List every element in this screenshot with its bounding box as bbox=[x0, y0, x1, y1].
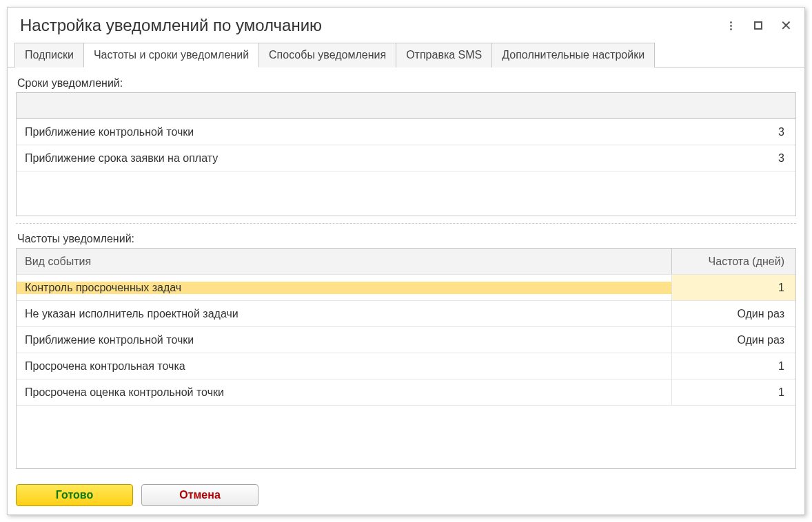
event-name: Приближение контрольной точки bbox=[17, 126, 671, 138]
frequency-table[interactable]: Вид события Частота (дней) Контроль прос… bbox=[16, 248, 796, 469]
tab-frequency-deadlines[interactable]: Частоты и сроки уведомлений bbox=[83, 43, 259, 67]
close-button[interactable]: ✕ bbox=[780, 19, 792, 32]
table-row[interactable]: Контроль просроченных задач 1 bbox=[17, 275, 795, 301]
table-row[interactable]: Просрочена оценка контрольной точки 1 bbox=[17, 379, 795, 406]
deadlines-table[interactable]: Приближение контрольной точки 3 Приближе… bbox=[16, 92, 796, 216]
tab-subscriptions[interactable]: Подписки bbox=[14, 43, 84, 67]
footer: Готово Отмена bbox=[8, 476, 804, 514]
event-name: Не указан исполнитель проектной задачи bbox=[17, 308, 671, 320]
tab-bar: Подписки Частоты и сроки уведомлений Спо… bbox=[8, 42, 804, 67]
event-value: 1 bbox=[671, 275, 795, 300]
event-value: 3 bbox=[671, 145, 795, 171]
event-value: Один раз bbox=[671, 327, 795, 353]
maximize-icon bbox=[754, 21, 762, 30]
event-value: 1 bbox=[671, 353, 795, 379]
tab-content: Сроки уведомлений: Приближение контрольн… bbox=[8, 67, 804, 476]
table-row[interactable]: Приближение срока заявки на оплату 3 bbox=[17, 145, 795, 171]
tab-sms[interactable]: Отправка SMS bbox=[396, 43, 492, 67]
deadlines-header bbox=[17, 93, 795, 119]
event-value: Один раз bbox=[671, 301, 795, 326]
frequency-label: Частоты уведомлений: bbox=[17, 233, 796, 245]
table-row[interactable]: Просрочена контрольная точка 1 bbox=[17, 353, 795, 379]
window-title: Настройка уведомлений по умолчанию bbox=[20, 16, 724, 35]
frequency-header: Вид события Частота (дней) bbox=[17, 249, 795, 275]
tab-additional[interactable]: Дополнительные настройки bbox=[491, 43, 655, 67]
window-controls: ✕ bbox=[724, 19, 792, 32]
col-event: Вид события bbox=[17, 255, 671, 268]
event-value: 3 bbox=[671, 119, 795, 145]
section-divider[interactable] bbox=[16, 223, 796, 226]
more-button[interactable] bbox=[724, 19, 737, 32]
event-name: Приближение контрольной точки bbox=[17, 334, 671, 346]
event-name: Просрочена оценка контрольной точки bbox=[17, 386, 671, 399]
ok-button[interactable]: Готово bbox=[16, 484, 133, 506]
maximize-button[interactable] bbox=[752, 19, 764, 32]
table-row[interactable]: Приближение контрольной точки Один раз bbox=[17, 327, 795, 353]
table-row[interactable]: Приближение контрольной точки 3 bbox=[17, 119, 795, 145]
event-name: Приближение срока заявки на оплату bbox=[17, 152, 671, 165]
event-name: Просрочена контрольная точка bbox=[17, 360, 671, 373]
col-frequency: Частота (дней) bbox=[671, 249, 795, 274]
tab-methods[interactable]: Способы уведомления bbox=[258, 43, 396, 67]
event-name: Контроль просроченных задач bbox=[17, 282, 671, 294]
kebab-icon bbox=[730, 21, 732, 30]
cancel-button[interactable]: Отмена bbox=[141, 484, 258, 506]
titlebar: Настройка уведомлений по умолчанию ✕ bbox=[8, 8, 804, 42]
table-row[interactable]: Не указан исполнитель проектной задачи О… bbox=[17, 301, 795, 327]
deadlines-label: Сроки уведомлений: bbox=[17, 77, 796, 90]
dialog-window: Настройка уведомлений по умолчанию ✕ Под… bbox=[7, 7, 805, 515]
event-value: 1 bbox=[671, 379, 795, 405]
close-icon: ✕ bbox=[780, 19, 792, 32]
